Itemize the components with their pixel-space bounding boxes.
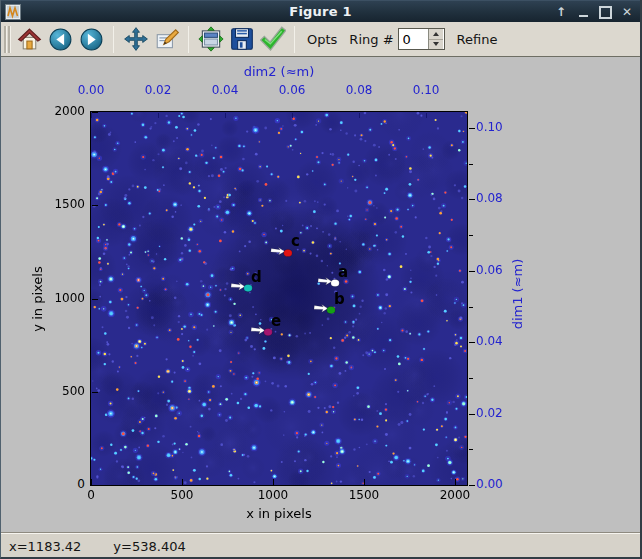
- x-tick-mark: [182, 479, 183, 485]
- detector-plot[interactable]: abcde: [90, 111, 468, 486]
- ring-number-input[interactable]: [399, 29, 428, 49]
- dim1-tick-label: 0.06: [476, 263, 503, 277]
- back-arrow-icon: [48, 27, 73, 52]
- save-floppy-icon: [229, 26, 255, 52]
- x-tick-label: 0: [87, 488, 95, 502]
- y-tick-mark: [92, 299, 98, 300]
- subplots-arrows-icon: [198, 26, 224, 52]
- dim1-tick-label: 0.00: [476, 477, 503, 491]
- apply-button[interactable]: [257, 25, 288, 54]
- dim1-tick-label: 0.04: [476, 334, 503, 348]
- window-title: Figure 1: [1, 4, 640, 19]
- home-button[interactable]: [14, 25, 45, 54]
- dim1-minor-tick-mark: [469, 235, 473, 236]
- y-tick-mark: [92, 112, 98, 113]
- maximize-icon[interactable]: [598, 4, 612, 20]
- back-button[interactable]: [45, 25, 76, 54]
- dim2-axis-title: dim2 (≈m): [91, 64, 467, 79]
- diffraction-image[interactable]: [91, 112, 467, 485]
- dim2-tick-mark: [225, 113, 226, 118]
- ring-number-label: Ring #: [343, 32, 397, 47]
- forward-button[interactable]: [76, 25, 107, 54]
- close-icon[interactable]: ✕: [620, 4, 634, 20]
- shade-window-icon[interactable]: ↑: [554, 4, 568, 20]
- y-tick-label: 1500: [1, 197, 85, 211]
- dim1-tick-mark: [469, 414, 475, 415]
- figure-canvas: abcde 0500100015002000x in pixels0500100…: [1, 57, 640, 532]
- toolbar-separator: [188, 26, 189, 53]
- refine-button[interactable]: Refine: [451, 32, 504, 47]
- spin-down-icon[interactable]: [429, 40, 443, 50]
- toolbar: Opts Ring # Refine: [1, 22, 640, 57]
- forward-arrow-icon: [79, 27, 104, 52]
- spin-up-icon[interactable]: [429, 29, 443, 40]
- edit-note-icon: [154, 26, 180, 52]
- cursor-y-readout: y=538.404: [113, 539, 185, 554]
- toolbar-separator: [113, 26, 114, 53]
- x-axis-title: x in pixels: [91, 506, 467, 521]
- toolbar-separator: [294, 26, 295, 53]
- dim2-tick-label: 0.10: [413, 83, 440, 97]
- y-tick-mark: [92, 485, 98, 486]
- dim2-tick-mark: [158, 113, 159, 118]
- checkmark-icon: [260, 26, 286, 52]
- x-tick-mark: [273, 479, 274, 485]
- x-tick-mark: [455, 479, 456, 485]
- x-tick-label: 1500: [349, 488, 380, 502]
- y-tick-label: 0: [1, 477, 85, 491]
- configure-subplots-button[interactable]: [195, 25, 226, 54]
- dim2-tick-label: 0.06: [279, 83, 306, 97]
- ring-number-spinbox: [398, 28, 445, 50]
- dim2-tick-label: 0.04: [212, 83, 239, 97]
- y-axis-title: y in pixels: [30, 266, 45, 331]
- x-tick-mark: [364, 479, 365, 485]
- x-tick-label: 2000: [440, 488, 471, 502]
- dim1-minor-tick-mark: [469, 378, 473, 379]
- save-button[interactable]: [226, 25, 257, 54]
- dim1-tick-mark: [469, 128, 475, 129]
- dim2-tick-label: 0.08: [346, 83, 373, 97]
- dim2-tick-mark: [292, 113, 293, 118]
- dim1-tick-label: 0.10: [476, 120, 503, 134]
- home-icon: [17, 27, 42, 52]
- y-tick-mark: [92, 205, 98, 206]
- opts-button[interactable]: Opts: [301, 32, 343, 47]
- dim1-tick-mark: [469, 485, 475, 486]
- figure-window: Figure 1 ↑ ✕: [0, 0, 642, 559]
- dim1-minor-tick-mark: [469, 307, 473, 308]
- dim1-minor-tick-mark: [469, 164, 473, 165]
- y-tick-label: 2000: [1, 104, 85, 118]
- dim2-tick-label: 0.02: [145, 83, 172, 97]
- matplotlib-wave-icon: [5, 4, 21, 20]
- dim1-tick-label: 0.02: [476, 406, 503, 420]
- y-tick-mark: [92, 392, 98, 393]
- dim1-minor-tick-mark: [469, 449, 473, 450]
- y-tick-label: 500: [1, 384, 85, 398]
- toolbar-drag-handle[interactable]: [4, 26, 11, 53]
- dim2-tick-mark: [359, 113, 360, 118]
- x-tick-label: 1000: [258, 488, 289, 502]
- edit-parameters-button[interactable]: [151, 25, 182, 54]
- dim1-axis-title: dim1 (≈m): [510, 258, 525, 329]
- dim2-tick-mark: [426, 113, 427, 118]
- minimize-icon[interactable]: [576, 4, 590, 20]
- dim1-tick-mark: [469, 199, 475, 200]
- titlebar: Figure 1 ↑ ✕: [1, 0, 640, 22]
- x-tick-label: 500: [171, 488, 194, 502]
- statusbar: x=1183.42 y=538.404: [1, 532, 640, 559]
- dim1-tick-label: 0.08: [476, 191, 503, 205]
- pan-move-icon: [123, 26, 149, 52]
- pan-button[interactable]: [120, 25, 151, 54]
- dim2-tick-mark: [91, 113, 92, 118]
- dim1-tick-mark: [469, 271, 475, 272]
- cursor-x-readout: x=1183.42: [9, 539, 81, 554]
- dim1-tick-mark: [469, 342, 475, 343]
- dim2-tick-label: 0.00: [78, 83, 105, 97]
